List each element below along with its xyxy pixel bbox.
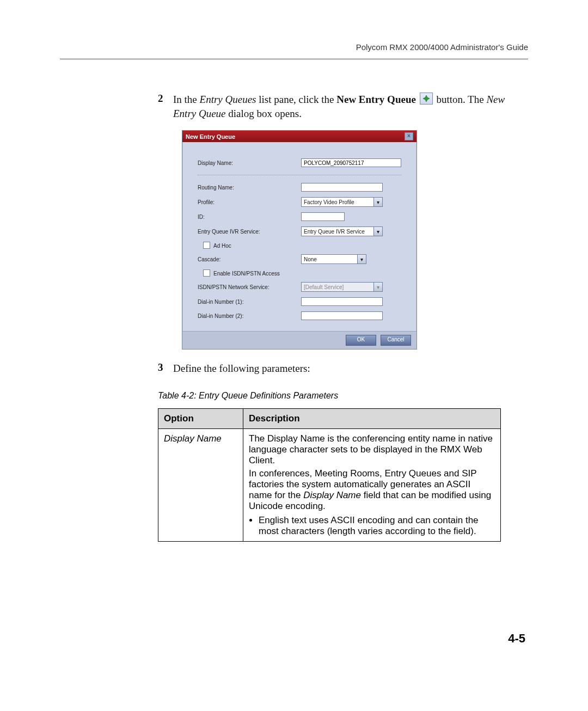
dial1-input[interactable] — [301, 297, 383, 306]
cascade-select[interactable]: None ▾ — [301, 254, 366, 264]
step-2-text: In the Entry Queues list pane, click the… — [173, 93, 528, 120]
enable-isdn-checkbox[interactable] — [203, 269, 210, 277]
chevron-down-icon: ▾ — [373, 198, 382, 206]
enable-isdn-label: Enable ISDN/PSTN Access — [213, 271, 280, 277]
bullet: English text uses ASCII encoding and can… — [259, 515, 495, 537]
enable-isdn-row: Enable ISDN/PSTN Access — [198, 269, 307, 277]
step-3-text: Define the following parameters: — [173, 361, 310, 376]
divider — [198, 175, 401, 175]
td-description: The Display Name is the conferencing ent… — [243, 428, 501, 541]
th-description: Description — [243, 408, 501, 428]
t: In the — [173, 94, 200, 105]
profile-label: Profile: — [198, 199, 301, 205]
header-title: Polycom RMX 2000/4000 Administrator's Gu… — [60, 42, 528, 52]
ivr-select[interactable]: Entry Queue IVR Service ▾ — [301, 226, 383, 236]
p: The Display Name is the conferencing ent… — [249, 433, 495, 466]
sel-text: Entry Queue IVR Service — [304, 229, 365, 235]
profile-select[interactable]: Factory Video Profile ▾ — [301, 197, 383, 207]
page-number: 4-5 — [508, 632, 525, 646]
parameters-table: Option Description Display Name The Disp… — [158, 408, 501, 542]
sel-text: [Default Service] — [304, 284, 344, 290]
dialog-title: New Entry Queue — [186, 133, 235, 140]
routing-name-input[interactable] — [301, 183, 383, 192]
sel-text: None — [304, 256, 317, 262]
header-rule — [60, 58, 528, 60]
t: button. The — [436, 94, 486, 105]
new-entry-queue-icon — [420, 93, 433, 105]
dial2-input[interactable] — [301, 311, 383, 320]
p: In conferences, Meeting Rooms, Entry Que… — [249, 468, 495, 512]
chevron-down-icon: ▾ — [373, 227, 382, 236]
id-input[interactable] — [301, 212, 345, 221]
routing-name-label: Routing Name: — [198, 185, 301, 191]
isdn-service-select: [Default Service] ▾ — [301, 282, 383, 292]
t: list pane, click the — [256, 94, 337, 105]
id-label: ID: — [198, 214, 301, 220]
dial2-label: Dial-in Number (2): — [198, 313, 301, 319]
adhoc-row: Ad Hoc — [198, 242, 307, 249]
ok-button[interactable]: OK — [346, 335, 376, 346]
td-option: Display Name — [158, 428, 243, 541]
dial1-label: Dial-in Number (1): — [198, 299, 301, 305]
step-2-number: 2 — [158, 93, 173, 120]
adhoc-label: Ad Hoc — [213, 243, 231, 249]
t: Entry Queues — [200, 94, 256, 105]
display-name-label: Display Name: — [198, 160, 301, 166]
adhoc-checkbox[interactable] — [203, 242, 210, 249]
cancel-button[interactable]: Cancel — [381, 335, 411, 346]
t: Display Name — [303, 490, 361, 500]
chevron-down-icon: ▾ — [373, 283, 382, 291]
dialog-titlebar: New Entry Queue × — [182, 131, 416, 142]
t: New Entry Queue — [336, 94, 416, 105]
new-entry-queue-dialog: New Entry Queue × Display Name: Routing … — [182, 130, 417, 350]
isdn-service-label: ISDN/PSTN Network Service: — [198, 284, 301, 290]
ivr-label: Entry Queue IVR Service: — [198, 229, 301, 235]
close-icon[interactable]: × — [405, 132, 413, 140]
table-caption: Table 4-2: Entry Queue Definitions Param… — [158, 391, 528, 401]
display-name-input[interactable] — [301, 158, 401, 167]
th-option: Option — [158, 408, 243, 428]
t: dialog box opens. — [226, 108, 302, 119]
cascade-label: Cascade: — [198, 256, 301, 262]
sel-text: Factory Video Profile — [304, 199, 354, 205]
step-3-number: 3 — [158, 361, 173, 376]
chevron-down-icon: ▾ — [357, 255, 366, 263]
